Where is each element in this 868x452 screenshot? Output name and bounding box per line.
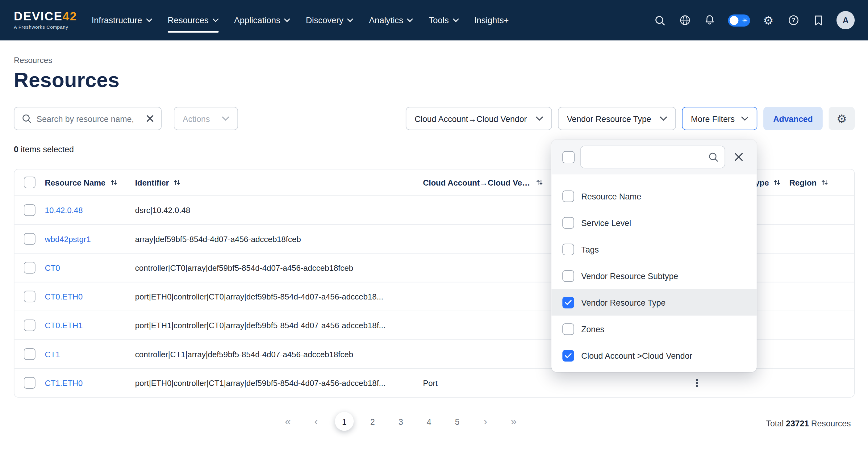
help-icon[interactable]: ? (786, 13, 800, 27)
page-button-2[interactable]: 2 (363, 412, 382, 431)
breadcrumb[interactable]: Resources (14, 56, 52, 65)
settings-gear-icon[interactable]: ⚙ (762, 13, 775, 27)
chevron-down-icon (536, 116, 543, 121)
theme-toggle[interactable]: ☀ (728, 14, 750, 26)
filter-option-service-level[interactable]: Service Level (551, 209, 756, 236)
filter-option-vendor-resource-type[interactable]: Vendor Resource Type (551, 289, 756, 315)
last-page-button[interactable]: » (504, 412, 523, 431)
resource-name-link[interactable]: CT0 (45, 263, 60, 272)
nav-item-discovery[interactable]: Discovery (306, 0, 353, 40)
page-button-3[interactable]: 3 (392, 412, 410, 431)
total-resources: Total23721Resources (766, 412, 851, 434)
column-header-identifier[interactable]: Identifier (135, 178, 423, 187)
identifier-value: port|ETH1|controller|CT0|array|def59bf5-… (135, 321, 385, 330)
search-input[interactable] (36, 114, 141, 123)
select-all-filters-checkbox[interactable] (562, 151, 575, 163)
actions-dropdown-button[interactable]: Actions (174, 107, 238, 130)
chevron-down-icon (347, 18, 353, 22)
globe-icon[interactable] (678, 13, 691, 27)
checkbox[interactable] (562, 296, 574, 308)
table-settings-button[interactable]: ⚙ (829, 107, 855, 130)
close-icon[interactable] (734, 152, 743, 161)
filter-search-input[interactable] (587, 152, 705, 161)
sort-icon[interactable] (536, 179, 543, 186)
toolbar: Actions Cloud Account→Cloud Vendor Vendo… (14, 107, 855, 130)
checkbox[interactable] (562, 217, 574, 229)
device42-logo[interactable]: DEVICE42 A Freshworks Company (14, 11, 77, 30)
checkbox[interactable] (562, 190, 574, 202)
chevron-down-icon (146, 18, 152, 22)
column-header-region[interactable]: Region (784, 178, 831, 187)
filter-option-zones[interactable]: Zones (551, 315, 756, 342)
row-actions-kebab-icon[interactable]: ⋮ (692, 378, 702, 388)
nav-item-infrastructure[interactable]: Infrastructure (92, 0, 152, 40)
chevron-down-icon (222, 116, 229, 121)
filter-option-tags[interactable]: Tags (551, 236, 756, 263)
select-all-checkbox[interactable] (24, 177, 35, 188)
row-checkbox[interactable] (24, 262, 35, 274)
row-checkbox[interactable] (24, 348, 35, 360)
row-checkbox[interactable] (24, 233, 35, 245)
row-checkbox[interactable] (24, 204, 35, 216)
chevron-down-icon (660, 116, 667, 121)
sort-icon[interactable] (773, 179, 780, 186)
more-filters-button[interactable]: More Filters (682, 107, 757, 130)
previous-page-button[interactable]: ‹ (307, 412, 326, 431)
first-page-button[interactable]: « (278, 412, 297, 431)
page-button-1[interactable]: 1 (335, 412, 354, 431)
clear-search-icon[interactable] (146, 115, 154, 122)
toggle-knob (730, 16, 739, 25)
user-avatar[interactable]: A (837, 11, 855, 29)
nav-item-tools[interactable]: Tools (429, 0, 459, 40)
sort-icon[interactable] (110, 179, 117, 186)
next-page-button[interactable]: › (476, 412, 495, 431)
row-checkbox[interactable] (24, 377, 35, 389)
row-checkbox[interactable] (24, 320, 35, 331)
nav-item-resources[interactable]: Resources (167, 0, 219, 40)
identifier-value: controller|CT1|array|def59bf5-854d-4d07-… (135, 350, 353, 359)
filter-dropdown-header (551, 140, 756, 175)
column-header-cloud-account-vendor[interactable]: Cloud Account→Cloud Vendor (423, 178, 569, 187)
resource-search-box[interactable] (14, 107, 162, 130)
resource-name-link[interactable]: 10.42.0.48 (45, 206, 83, 215)
checkbox[interactable] (562, 243, 574, 255)
filter-option-vendor-resource-subtype[interactable]: Vendor Resource Subtype (551, 263, 756, 289)
navbar-icons: ☀ ⚙ ? A (653, 11, 855, 29)
bookmark-icon[interactable] (811, 13, 825, 27)
search-icon[interactable] (653, 13, 666, 27)
resource-name-link[interactable]: CT0.ETH1 (45, 321, 83, 330)
page-button-5[interactable]: 5 (448, 412, 467, 431)
nav-item-insights[interactable]: Insights+ (474, 0, 509, 40)
vendor-resource-type-filter-button[interactable]: Vendor Resource Type (558, 107, 676, 130)
nav-item-applications[interactable]: Applications (234, 0, 290, 40)
identifier-value: port|ETH0|controller|CT0|array|def59bf5-… (135, 292, 383, 301)
sort-icon[interactable] (821, 179, 828, 186)
checkbox[interactable] (562, 323, 574, 335)
sort-icon[interactable] (174, 179, 181, 186)
logo-text: DEVICE42 (14, 11, 77, 23)
resource-name-link[interactable]: CT0.ETH0 (45, 292, 83, 301)
resource-name-link[interactable]: CT1.ETH0 (45, 379, 83, 388)
chevron-down-icon (407, 18, 413, 22)
column-header-resource-name[interactable]: Resource Name (45, 178, 135, 187)
search-icon (22, 114, 31, 123)
chevron-down-icon (741, 116, 748, 121)
resource-name-link[interactable]: wbd42pstgr1 (45, 234, 91, 243)
filter-option-resource-name[interactable]: Resource Name (551, 183, 756, 209)
page-button-4[interactable]: 4 (420, 412, 438, 431)
filter-option-cloud-account-cloud-vendor[interactable]: Cloud Account >Cloud Vendor (551, 342, 756, 369)
gear-icon: ⚙ (837, 113, 847, 124)
chevron-down-icon (212, 18, 219, 22)
checkbox[interactable] (562, 350, 574, 362)
cloud-account-vendor-filter-button[interactable]: Cloud Account→Cloud Vendor (406, 107, 552, 130)
notifications-bell-icon[interactable] (703, 13, 716, 27)
nav-item-analytics[interactable]: Analytics (369, 0, 413, 40)
identifier-value: port|ETH0|controller|CT1|array|def59bf5-… (135, 379, 385, 388)
advanced-button[interactable]: Advanced (763, 107, 823, 130)
resource-name-link[interactable]: CT1 (45, 350, 60, 359)
sun-icon: ☀ (742, 16, 748, 25)
identifier-value: dsrc|10.42.0.48 (135, 206, 190, 215)
filter-search-box[interactable] (580, 146, 725, 169)
checkbox[interactable] (562, 270, 574, 281)
row-checkbox[interactable] (24, 291, 35, 303)
